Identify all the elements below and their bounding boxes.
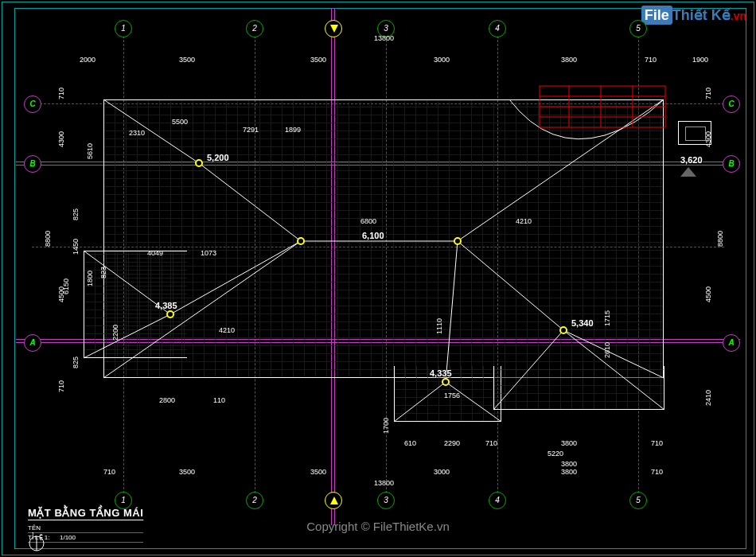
dim-tr2-3: 1899 xyxy=(285,126,301,134)
dim-rr2-2: 2610 xyxy=(603,342,611,358)
elev-node-5 xyxy=(559,326,567,334)
dim-b3: 3500 xyxy=(310,468,326,476)
dim-br2-7: 710 xyxy=(651,439,663,447)
grid-bubble-4-bot: 4 xyxy=(489,492,506,509)
elev-node-2a xyxy=(297,237,305,245)
dim-b2: 3500 xyxy=(179,468,195,476)
elev-6-marker xyxy=(676,167,700,183)
grid-bubble-1-top: 1 xyxy=(115,20,132,37)
dim-t7: 1900 xyxy=(692,56,708,64)
grid-bubble-a-left: A xyxy=(24,334,41,352)
dim-bot-total: 13800 xyxy=(374,479,394,487)
grid-bubble-c-right: C xyxy=(723,95,740,113)
roof-proj-right-out xyxy=(493,366,664,410)
grid-bubble-b-right: B xyxy=(723,155,740,173)
copyright-watermark: Copyright © FileThietKe.vn xyxy=(306,520,449,533)
dim-t4: 3000 xyxy=(434,56,450,64)
dim-br3-1: 5220 xyxy=(548,450,563,458)
dim-tr2-1: 5500 xyxy=(172,118,188,126)
dim-int-1756: 1756 xyxy=(444,391,460,399)
grid-bubble-2-bot: 2 xyxy=(246,492,263,509)
drawing-title: MẶT BẰNG TẦNG MÁI xyxy=(28,507,143,519)
grid-bubble-c-left: C xyxy=(24,95,41,113)
elev-node-2b xyxy=(454,237,462,245)
elev-5: 5,340 xyxy=(571,318,594,328)
elev-node-1 xyxy=(195,159,203,167)
name-label: TÊN xyxy=(28,524,60,532)
dim-r2: 4300 xyxy=(704,131,712,147)
grid-bubble-4-top: 4 xyxy=(489,20,506,37)
dim-top-total: 13800 xyxy=(374,34,394,42)
dim-tr2-2: 7291 xyxy=(243,126,259,134)
dim-int-4210: 4210 xyxy=(516,217,532,225)
grid-bubble-b-left: B xyxy=(24,155,41,173)
dim-int-6800: 6800 xyxy=(360,217,376,225)
dim-b5: 3800 xyxy=(561,468,577,476)
dim-rr2-1: 1715 xyxy=(603,310,611,326)
cad-canvas: FileThiết Kế.vn 1 2 3 4 5 1 2 3 4 5 A B … xyxy=(0,0,756,557)
dim-t2: 3500 xyxy=(179,56,195,64)
dim-int-1700: 1700 xyxy=(382,418,390,434)
north-icon xyxy=(28,535,45,552)
logo-part1: File xyxy=(641,6,672,25)
dim-br2-4: 2290 xyxy=(444,439,460,447)
dim-l6: 4500 xyxy=(57,286,65,302)
grid-bubble-a-right: A xyxy=(723,334,740,352)
logo-suffix: .vn xyxy=(731,10,746,22)
elev-node-3 xyxy=(166,310,174,318)
dim-t5: 3800 xyxy=(561,56,577,64)
dim-l3: 825 xyxy=(72,208,80,220)
dim-t6: 710 xyxy=(645,56,657,64)
dim-l7: 825 xyxy=(72,356,80,368)
dim-t1: 2000 xyxy=(80,56,95,64)
dim-l8: 710 xyxy=(57,380,65,392)
dim-b4: 3000 xyxy=(434,468,450,476)
dim-left-total: 8800 xyxy=(44,231,52,247)
elev-6: 3,620 xyxy=(680,155,703,165)
svg-marker-22 xyxy=(680,167,696,177)
watermark-logo: FileThiết Kế.vn xyxy=(641,6,746,24)
dim-br2-5: 710 xyxy=(485,439,497,447)
dim-b1: 710 xyxy=(103,468,115,476)
elev-2: 6,100 xyxy=(362,231,384,240)
elev-node-4 xyxy=(442,378,450,386)
dim-int-1073: 1073 xyxy=(201,249,216,257)
grid-bubble-2-top: 2 xyxy=(246,20,263,37)
dim-lr2-3: 2200 xyxy=(111,325,119,341)
dim-br2-3: 610 xyxy=(404,439,416,447)
elev-1: 5,200 xyxy=(207,153,229,162)
scale-value: 1/100 xyxy=(60,534,76,541)
dim-l1: 710 xyxy=(57,88,65,99)
dim-l4: 1450 xyxy=(72,239,80,255)
dim-br3-2: 3800 xyxy=(561,460,577,468)
dim-t3: 3500 xyxy=(310,56,326,64)
grid-bubble-3-bot: 3 xyxy=(377,492,395,509)
grid-bubble-5-bot: 5 xyxy=(629,492,647,509)
dim-r1: 710 xyxy=(704,88,712,99)
dim-int-4049: 4049 xyxy=(147,249,163,257)
dim-br2-6: 3800 xyxy=(561,439,577,447)
dim-int-2310: 2310 xyxy=(129,129,145,137)
dim-lr2-2: 1800 xyxy=(86,271,94,286)
dim-r3: 4500 xyxy=(704,286,712,302)
dim-int-1110: 1110 xyxy=(435,318,443,334)
dim-int-823: 823 xyxy=(99,267,107,278)
dim-lr2-1: 5610 xyxy=(86,143,94,159)
dim-r4: 2410 xyxy=(704,390,712,406)
dim-br2-1: 2800 xyxy=(159,396,175,404)
logo-part2: Thiết Kế xyxy=(672,7,731,23)
elev-4: 4,335 xyxy=(430,368,452,378)
dim-br2-2: 110 xyxy=(213,396,225,404)
section-arrow-top xyxy=(325,20,342,37)
grid-bubble-5-top: 5 xyxy=(629,20,647,37)
dim-b6: 710 xyxy=(651,468,663,476)
dim-l2: 4300 xyxy=(57,131,65,147)
dim-int-4210b: 4210 xyxy=(219,326,235,334)
section-arrow-bottom xyxy=(325,492,342,509)
dim-right-total: 8800 xyxy=(716,231,724,247)
elev-3: 4,385 xyxy=(155,301,177,310)
